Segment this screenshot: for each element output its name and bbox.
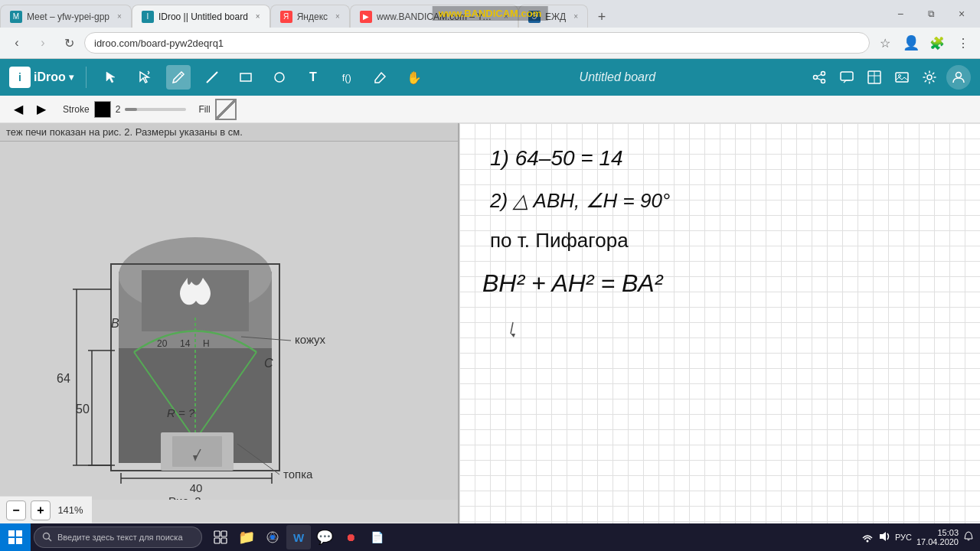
logo-caret: ▾ [69, 72, 74, 83]
svg-rect-60 [8, 530, 15, 536]
share-icon[interactable] [808, 67, 830, 88]
svg-text:20: 20 [157, 338, 168, 349]
fill-swatch[interactable] [215, 99, 237, 120]
network-icon[interactable] [861, 530, 874, 545]
svg-point-4 [822, 72, 825, 76]
zoom-out-button[interactable]: − [6, 500, 26, 520]
tab-meet[interactable]: M Meet – yfw-ypei-gpp × [0, 5, 132, 28]
svg-text:C: C [264, 357, 273, 370]
profile-icon[interactable]: 👤 [900, 32, 922, 54]
taskview-button[interactable] [208, 525, 233, 549]
svg-text:64: 64 [57, 372, 70, 385]
url-bar[interactable]: idroo.com/board-pyw2deqrq1 [84, 32, 870, 54]
record-button[interactable]: ⏺ [338, 525, 363, 549]
select-tool[interactable] [99, 65, 123, 90]
svg-point-64 [44, 533, 50, 540]
close-button[interactable]: × [946, 0, 977, 28]
svg-rect-52 [172, 436, 222, 467]
svg-line-0 [180, 73, 182, 76]
new-tab-button[interactable]: + [591, 6, 612, 28]
svg-point-15 [927, 75, 932, 80]
logo-text: iDroo [34, 70, 66, 84]
tab-youtube[interactable]: ▶ www.BANDICAM.com – YouTube... × [350, 5, 518, 28]
table-icon[interactable] [864, 67, 885, 88]
svg-line-1 [207, 72, 217, 83]
logo-icon: i [9, 67, 31, 88]
svg-text:14: 14 [180, 338, 191, 349]
chat-icon[interactable] [836, 67, 858, 88]
word-button[interactable]: W [286, 525, 311, 549]
svg-text:Рис. 2: Рис. 2 [168, 494, 201, 500]
stroke-width-value: 2 [116, 104, 121, 115]
tab-idroo[interactable]: I IDroo || Untitled board × [132, 5, 270, 28]
forward-button[interactable]: › [32, 32, 54, 54]
zoom-in-button[interactable]: + [31, 500, 51, 520]
back-button[interactable]: ‹ [6, 32, 28, 54]
tab-ejd[interactable]: Э ЕЖД × [518, 5, 588, 28]
math-content: 1) 64–50 = 14 2) △ ABH, ∠H = 90° по т. П… [475, 131, 980, 483]
back-arrow[interactable]: ◀ [9, 100, 28, 119]
text-tool[interactable]: T [301, 65, 325, 90]
pen-tool[interactable] [166, 65, 191, 90]
url-text: idroo.com/board-pyw2deqrq1 [94, 37, 224, 49]
svg-text:50: 50 [76, 403, 90, 416]
minimize-button[interactable]: − [885, 0, 916, 28]
menu-icon[interactable]: ⋮ [952, 32, 974, 54]
hand-tool[interactable]: ✋ [402, 65, 426, 90]
tab-yandex[interactable]: Я Яндекс × [270, 5, 350, 28]
start-button[interactable] [0, 523, 31, 551]
image-icon[interactable] [891, 67, 913, 88]
svg-text:1)  64–50 = 14: 1) 64–50 = 14 [490, 146, 623, 170]
stroke-color-swatch[interactable] [94, 101, 111, 118]
chrome-button[interactable] [260, 525, 285, 549]
fill-label: Fill [198, 104, 210, 115]
extension-icon[interactable]: 🧩 [926, 32, 948, 54]
zoom-level: 141% [55, 504, 86, 516]
svg-point-14 [899, 75, 901, 77]
right-panel[interactable]: 1) 64–50 = 14 2) △ ABH, ∠H = 90° по т. П… [459, 123, 980, 524]
clock: 15:03 17.04.2020 [916, 528, 959, 546]
board-title[interactable]: Untitled board [436, 70, 799, 84]
pdf-button[interactable]: 📄 [364, 525, 389, 549]
eraser-tool[interactable] [368, 65, 393, 90]
notifications-icon[interactable] [963, 531, 974, 544]
svg-rect-66 [214, 531, 220, 536]
user-icon[interactable] [946, 65, 971, 90]
text-above-diagram: теж печи показан на рис. 2. Размеры указ… [0, 123, 458, 142]
svg-rect-69 [221, 538, 227, 543]
svg-rect-2 [240, 73, 251, 81]
svg-point-72 [866, 540, 868, 542]
rect-tool[interactable] [234, 65, 258, 90]
svg-line-65 [49, 539, 52, 542]
svg-text:топка: топка [283, 468, 313, 481]
forward-arrow[interactable]: ▶ [32, 100, 51, 119]
svg-text:2)  △ ABH,  ∠H = 90°: 2) △ ABH, ∠H = 90° [489, 189, 670, 212]
settings-icon[interactable] [919, 67, 940, 88]
line-tool[interactable] [200, 65, 224, 90]
diagram-svg: 64 50 B 20 14 H C R = ? [0, 142, 458, 500]
svg-line-59 [511, 322, 513, 334]
lang-indicator[interactable]: РУС [895, 533, 912, 542]
reload-button[interactable]: ↻ [58, 32, 80, 54]
function-tool[interactable]: f() [335, 65, 359, 90]
restore-button[interactable]: ⧉ [916, 0, 946, 28]
file-explorer-button[interactable]: 📁 [234, 525, 259, 549]
svg-point-16 [956, 73, 962, 78]
volume-icon[interactable] [878, 530, 890, 545]
left-panel: теж печи показан на рис. 2. Размеры указ… [0, 123, 459, 524]
stroke-slider[interactable] [125, 108, 186, 111]
svg-text:40: 40 [190, 481, 203, 494]
svg-rect-61 [16, 530, 22, 536]
svg-point-71 [270, 535, 275, 540]
whatsapp-button[interactable]: 💬 [312, 525, 337, 549]
svg-text:B: B [111, 317, 119, 330]
svg-point-5 [814, 76, 818, 80]
circle-tool[interactable] [267, 65, 292, 90]
bookmark-icon[interactable]: ☆ [874, 32, 896, 54]
toolbar-separator [86, 67, 87, 88]
taskbar-search-text: Введите здесь текст для поиска [57, 533, 183, 542]
move-tool[interactable] [132, 65, 157, 90]
taskbar-search[interactable]: Введите здесь текст для поиска [34, 527, 202, 548]
logo[interactable]: i iDroo ▾ [9, 67, 74, 88]
svg-rect-9 [841, 72, 853, 80]
